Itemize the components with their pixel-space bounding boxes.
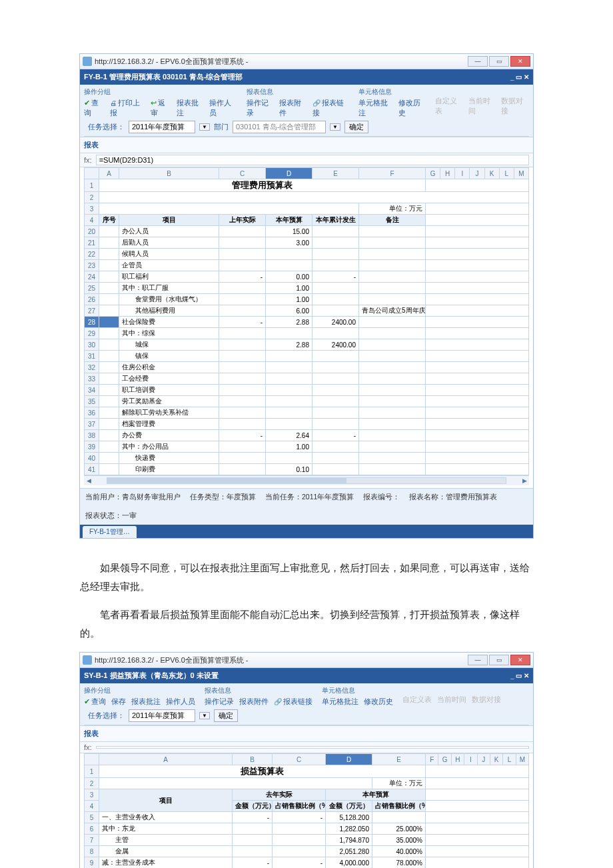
ie-icon [83,57,92,66]
minimize-button[interactable]: — [468,655,488,665]
unit-label: 单位：万元 [359,203,426,215]
task-select-dropdown-icon[interactable]: ▼ [199,123,210,131]
sheet-tabstrip[interactable]: FY-B-1管理… [80,525,533,538]
print-report-button[interactable]: 打印上报 [110,98,145,118]
cell-annotation-button[interactable]: 单元格批注 [322,697,358,707]
report-annotation-button[interactable]: 报表批注 [177,98,204,118]
table-row[interactable]: 32住房公积金 [85,362,529,373]
formula-input[interactable]: =SUM(D29:D31) [96,155,529,165]
table-row[interactable]: 23企管员 [85,260,529,271]
screenshot-1: http://192.168.3.2/ - EPV6.0全面预算管理系统 - —… [79,53,534,539]
report-annotation-button[interactable]: 报表批注 [131,697,161,707]
close-button[interactable]: ✕ [510,56,530,67]
horizontal-scrollbar[interactable]: ◀▶ [84,475,529,485]
table-row[interactable]: 20办公人员15.00 [85,226,529,237]
window-titlebar: http://192.168.3.2/ - EPV6.0全面预算管理系统 - —… [80,54,533,69]
table-row[interactable]: 6其中：东龙1,282.05025.000% [85,823,529,835]
table-row[interactable]: 25其中：职工厂服1.00 [85,283,529,294]
data-link-button[interactable]: 数据对接 [501,96,529,116]
close-button[interactable]: ✕ [510,655,530,665]
table-row[interactable]: 7 主管1,794.87035.000% [85,835,529,846]
col-b[interactable]: B [119,168,219,179]
fx-label: fx: [84,156,92,164]
return-audit-button[interactable]: 返审 [151,98,171,118]
table-row[interactable]: 28社会保险费-2.882400.00 [85,317,529,328]
window-title: http://192.168.3.2/ - EPV6.0全面预算管理系统 - [95,57,468,67]
table-row[interactable]: 24职工福利-0.00- [85,271,529,283]
table-row[interactable]: 31 镇保 [85,351,529,362]
query-button[interactable]: 查询 [84,697,106,707]
table-row[interactable]: 22候聘人员 [85,249,529,260]
section-report-label: 报表 [80,726,533,742]
edit-history-button[interactable]: 修改历史 [398,98,426,118]
operator-button[interactable]: 操作人员 [209,98,237,118]
task-select-dropdown[interactable]: 2011年年度预算 [129,121,195,133]
inner-window-controls[interactable]: _ ▭ ✕ [510,672,529,679]
spreadsheet-grid[interactable]: A B C D E FGH IJK LM 1损益预算表 2单位：万元 3 项目 … [80,753,533,868]
paragraph-2: 笔者再看看最后损益预算里面能不能自动汇总出来。切换到经营预算，打开损益预算表，像… [80,605,533,643]
hdr-budget: 本年预算 [266,215,312,226]
task-select-dropdown-icon[interactable]: ▼ [199,712,210,719]
window-titlebar: http://192.168.3.2/ - EPV6.0全面预算管理系统 - —… [80,653,533,668]
table-row[interactable]: 36解除职工劳动关系补偿 [85,407,529,419]
maximize-button[interactable]: ▭ [489,655,509,665]
document-titlebar: FY-B-1 管理费用预算表 030101 青岛-综合管理部 _ ▭ ✕ [80,69,533,85]
task-select-dropdown[interactable]: 2011年年度预算 [129,709,195,722]
operator-button[interactable]: 操作人员 [166,697,195,707]
attachment-button[interactable]: 报表附件 [279,98,307,118]
table-row[interactable]: 41 印刷费0.10 [85,464,529,475]
col-d[interactable]: D [266,168,312,179]
table-row[interactable]: 8 金属2,051.28040.000% [85,846,529,857]
paragraph-1: 如果领导不同意，可以在报表批注里面写上审批意见，然后打回去，如果同意，可以再送审… [80,559,533,596]
op-log-button[interactable]: 操作记录 [205,697,234,707]
maximize-button[interactable]: ▭ [489,56,509,67]
fx-label: fx: [84,743,92,751]
ribbon: 操作分组 查询 打印上报 返审 报表批注 操作人员 报表信息 操作记录 报表附件… [80,85,533,137]
section-report-label: 报表 [80,137,533,153]
op-log-button[interactable]: 操作记录 [247,98,275,118]
table-row[interactable]: 37档案管理费 [85,419,529,430]
table-row[interactable]: 9减：主营业务成本--4,000.00078.000% [85,857,529,869]
table-row[interactable]: 26 食堂费用（水电煤气）1.00 [85,294,529,305]
ribbon-group-info-title: 报表信息 [247,87,349,97]
document-title: SY-B-1 损益预算表（青岛东龙）0 未设置 [84,671,219,681]
table-row[interactable]: 38办公费-2.64- [85,430,529,441]
ie-icon [83,655,92,665]
screenshot-2: http://192.168.3.2/ - EPV6.0全面预算管理系统 - —… [79,652,534,868]
edit-history-button[interactable]: 修改历史 [364,697,393,707]
spreadsheet-grid[interactable]: A B C D E F GHI JKLM 1管理费用预算表 2 3单位：万元 4… [80,167,533,488]
table-row[interactable]: 34职工培训费 [85,385,529,396]
status-bar: 当前用户：青岛财务审批用户 任务类型：年度预算 当前任务：2011年年度预算 报… [80,488,533,525]
cell-annotation-button[interactable]: 单元格批注 [358,98,393,118]
custom-table-button[interactable]: 自定义表 [435,96,463,116]
col-e[interactable]: E [312,168,359,179]
table-row[interactable]: 5一、主营业务收入--5,128.200 [85,812,529,823]
minimize-button[interactable]: — [468,56,488,67]
formula-input[interactable] [96,746,529,749]
current-time-button[interactable]: 当前时间 [468,96,496,116]
table-row[interactable]: 30 城保2.882400.00 [85,339,529,351]
col-f[interactable]: F [359,168,426,179]
table-row[interactable]: 27 其他福利费用6.00青岛公司成立5周年庆 [85,305,529,317]
dept-dropdown[interactable]: 030101 青岛-综合管理部 [233,121,326,133]
table-row[interactable]: 29其中：综保 [85,328,529,339]
confirm-button[interactable]: 确定 [214,709,238,722]
sheet-tab[interactable]: FY-B-1管理… [83,526,137,538]
col-a[interactable]: A [99,168,119,179]
table-row[interactable]: 21后勤人员3.00 [85,237,529,249]
save-button[interactable]: 保存 [111,697,126,707]
ribbon-group-cell-title: 单元格信息 [358,87,426,97]
table-row[interactable]: 35劳工奖励基金 [85,396,529,407]
attachment-button[interactable]: 报表附件 [239,697,269,707]
report-link-button[interactable]: 报表链接 [274,697,312,707]
confirm-button[interactable]: 确定 [344,121,368,133]
table-row[interactable]: 33工会经费 [85,373,529,385]
query-button[interactable]: 查询 [84,98,105,118]
table-row[interactable]: 39其中：办公用品1.00 [85,441,529,453]
ribbon-group-ops-title: 操作分组 [84,87,237,97]
table-row[interactable]: 40 快递费 [85,453,529,464]
col-c[interactable]: C [219,168,266,179]
report-link-button[interactable]: 报表链接 [312,98,349,118]
dept-dropdown-icon[interactable]: ▼ [330,123,340,131]
inner-window-controls[interactable]: _ ▭ ✕ [510,73,529,81]
